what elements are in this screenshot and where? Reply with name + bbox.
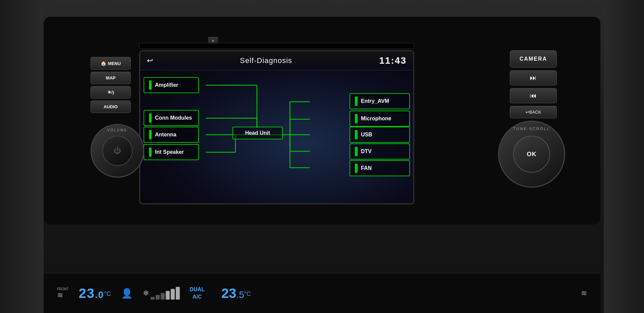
conn-modules-indicator (149, 113, 152, 123)
power-icon: ⏻ (114, 146, 121, 155)
dtv-indicator (355, 147, 358, 156)
display-button[interactable]: ☀/) (91, 86, 131, 99)
tune-scroll-area[interactable]: TUNE·SCROLL OK (498, 121, 565, 188)
volume-inner[interactable]: ⏻ (102, 136, 132, 166)
defrost-icon: ≋ (57, 291, 68, 300)
temp-left-display: 23.0°C (78, 286, 111, 301)
prev-track-button[interactable]: ⏮ (510, 88, 557, 103)
tune-scroll-label: TUNE·SCROLL (513, 127, 550, 131)
dtv-box[interactable]: DTV (350, 143, 410, 160)
usb-label: USB (361, 132, 372, 138)
conn-modules-box[interactable]: Conn Modules (144, 110, 199, 126)
ac-label: A/C (190, 293, 205, 301)
menu-button[interactable]: 🏠 MENU (91, 57, 131, 70)
amplifier-indicator (149, 80, 152, 90)
screen-title: Self-Diagnosis (240, 56, 292, 65)
temp-left-unit: °C (104, 290, 111, 297)
temp-left-sub: .0 (95, 290, 104, 300)
antenna-box[interactable]: Antenna (144, 127, 199, 143)
microphone-indicator (355, 114, 358, 123)
seat-heat-icon[interactable]: 👤 (121, 288, 133, 299)
entry-avm-label: Entry_AVM (361, 98, 389, 104)
screen-header: ↩ Self-Diagnosis 11:43 (140, 51, 413, 70)
back-media-button[interactable]: ↩BACK (510, 106, 557, 118)
volume-label: VOLUME (107, 128, 127, 132)
eject-button[interactable]: ▲ (208, 37, 218, 44)
tune-scroll-outer[interactable]: TUNE·SCROLL OK (498, 121, 565, 188)
int-speaker-indicator (149, 147, 152, 157)
usb-box[interactable]: USB (350, 127, 410, 143)
audio-button[interactable]: AUDIO (91, 101, 131, 113)
fan-bars (151, 287, 180, 300)
menu-label: MENU (108, 61, 121, 66)
entry-avm-box[interactable]: Entry_AVM (350, 93, 410, 109)
temp-left-value: 23 (78, 286, 95, 301)
usb-indicator (355, 130, 358, 139)
amplifier-label: Amplifier (155, 82, 178, 88)
cd-slot (139, 43, 414, 49)
int-speaker-label: Int Speaker (155, 149, 184, 155)
fan-box[interactable]: FAN (350, 160, 410, 176)
camera-button[interactable]: CAMERA (510, 50, 557, 68)
audio-label: AUDIO (104, 104, 118, 109)
screen: ↩ Self-Diagnosis 11:43 (139, 50, 414, 204)
antenna-label: Antenna (155, 132, 176, 138)
screen-time: 11:43 (379, 55, 407, 66)
diagram-area: Amplifier Conn Modules Antenna Int Speak… (140, 70, 413, 201)
fan-icon: ❄ (143, 289, 149, 298)
microphone-label: Microphone (361, 116, 391, 122)
conn-modules-label: Conn Modules (155, 115, 192, 121)
int-speaker-box[interactable]: Int Speaker (144, 144, 199, 160)
dual-ac-display: DUAL A/C (190, 286, 205, 301)
entry-avm-indicator (355, 97, 358, 106)
right-panel (604, 0, 644, 313)
right-controls: CAMERA ⏭ ⏮ ↩BACK (510, 50, 557, 118)
temp-right-display: 23.5°C (221, 286, 251, 301)
dtv-label: DTV (361, 148, 372, 154)
fan-label: FAN (361, 165, 372, 171)
next-track-button[interactable]: ⏭ (510, 70, 557, 85)
volume-outer[interactable]: VOLUME ⏻ (91, 124, 144, 178)
volume-area[interactable]: VOLUME ⏻ (91, 124, 144, 178)
rear-defrost-icon[interactable]: ≋ (581, 289, 587, 298)
fan-speed-display: ❄ (143, 287, 180, 300)
ok-button[interactable]: OK (513, 136, 550, 173)
map-label: MAP (106, 75, 116, 80)
temp-right-sub: .5 (236, 290, 244, 300)
back-button[interactable]: ↩ (147, 56, 153, 65)
antenna-indicator (149, 130, 152, 139)
head-unit-label: Head Unit (245, 130, 270, 136)
amplifier-box[interactable]: Amplifier (144, 77, 199, 93)
display-label: ☀/) (107, 90, 114, 95)
microphone-box[interactable]: Microphone (350, 111, 410, 127)
left-controls: 🏠 MENU MAP ☀/) AUDIO (91, 57, 131, 113)
temp-right-value: 23 (221, 286, 236, 301)
temp-right-unit: °C (244, 290, 251, 297)
head-unit-box[interactable]: Head Unit (232, 127, 283, 139)
left-panel (0, 0, 44, 313)
dual-label: DUAL (190, 286, 205, 293)
climate-bar: FRONT ≋ 23.0°C 👤 ❄ DUAL A/C 23.5°C ≋ (44, 273, 600, 313)
map-button[interactable]: MAP (91, 72, 131, 84)
home-icon: 🏠 (101, 61, 106, 66)
head-unit-frame: 🏠 MENU MAP ☀/) AUDIO ▲ ↩ Self-Diagnosis … (44, 17, 600, 225)
front-defrost-icon[interactable]: FRONT ≋ (57, 287, 68, 300)
fan-indicator (355, 164, 358, 173)
front-label: FRONT (57, 287, 68, 291)
